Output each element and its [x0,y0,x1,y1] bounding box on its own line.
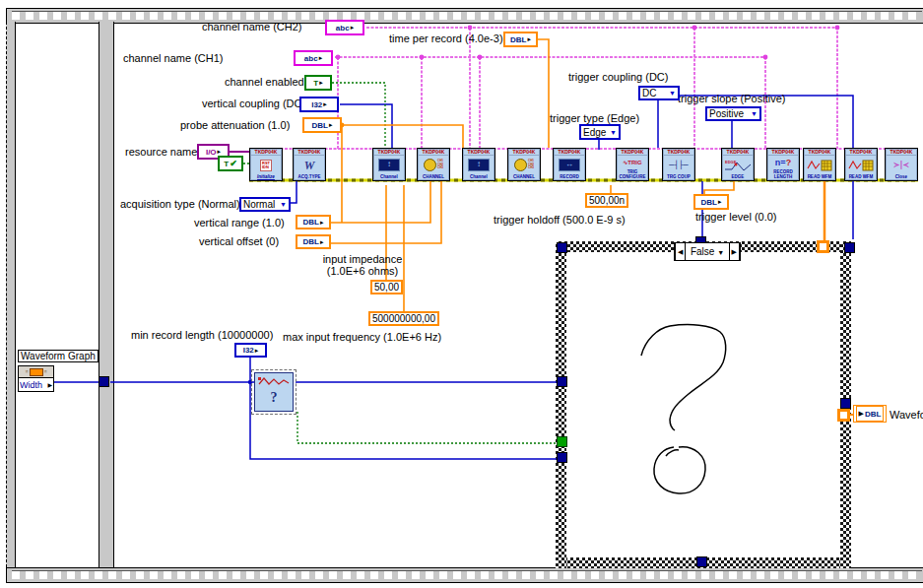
case-selector[interactable]: ◀ False ▼ ▶ [674,242,741,261]
constant-max-input-frequency-value[interactable]: 500000000,00 [368,311,439,326]
vi-icon-read-wfm-1[interactable]: TKDP04KREAD WFM [803,148,836,181]
coupling-icon: ─┤├─ [663,156,694,174]
knob-icon: CH1CH2CH3 [418,156,449,174]
vi-icon-channel-1[interactable]: TKDP04K↕Channel [372,148,406,181]
vi-icon-channel-2[interactable]: TKDP04K↕Channel [462,148,495,181]
property-node[interactable]: ⁈ ⁈ Width ▶ [18,365,54,392]
vi-icon-record-length[interactable]: TKDP04Kn=?RECORD LENGTH [766,148,800,181]
knob-icon: CH1CH2CH3 [508,156,540,174]
case-tunnel-left-2[interactable] [557,452,567,463]
record-length-icon: n=? [767,156,799,169]
enum-trigger-type[interactable]: Edge▼ [579,124,621,140]
vi-icon-channel-config-2[interactable]: TKDP04KCH1CH2CH3CHANNEL [507,148,541,181]
terminal-arrow-icon: ▸ [351,24,355,32]
checkmark-icon: ✔ [230,159,237,168]
label-trigger-level: trigger level (0.0) [695,211,777,223]
close-icon: ≻|≺ [886,156,917,174]
terminal-vertical-coupling[interactable]: I32▸ [299,97,339,112]
screen-v-icon: ↕ [463,156,494,174]
label-trigger-coupling: trigger coupling (DC) [568,71,668,83]
terminal-time-per-record[interactable]: DBL▸ [503,32,538,47]
trig-icon: ∿TRIG [617,156,648,169]
property-node-title[interactable]: Waveform Graph [18,350,99,362]
case-tunnel-left-bool[interactable] [557,436,567,447]
label-vertical-offset: vertical offset (0) [199,235,279,247]
terminal-vertical-offset[interactable]: DBL▸ [296,234,331,249]
label-min-record-length: min record length (10000000) [131,329,273,341]
terminal-arrow-icon: ▸ [320,238,324,246]
label-max-input-frequency: max input frequency (1.0E+6 Hz) [283,331,441,343]
case-tunnel-waveform-in[interactable] [817,240,829,253]
vi-icon-trig-configure[interactable]: TKDP04K∿TRIGTRIG CONFIGURE [616,148,649,181]
property-node-stub-icon: ⁈ [26,369,29,374]
label-trigger-type: trigger type (Edge) [550,112,639,124]
terminal-arrow-icon: ▸ [718,198,722,206]
terminal-channel-name-ch1[interactable]: abc▸ [294,50,333,66]
sub-vi-selection-marquee: ? [251,369,297,415]
label-vertical-coupling: vertical coupling (DC) [202,98,305,109]
enum-trigger-slope[interactable]: Positive▼ [705,106,761,121]
terminal-min-record-length[interactable]: I32▸ [234,343,267,358]
vi-icon-channel-config-1[interactable]: TKDP04KCH1CH2CH3CHANNEL [417,148,450,181]
sub-vi-caption: ? [255,391,293,405]
read-wfm-icon [845,156,877,174]
vi-icon-initialize[interactable]: TKDP04KRSTIDNInitialize [249,148,283,181]
case-selector-value[interactable]: False ▼ [686,246,728,257]
label-acquisition-type: acquisition type (Normal) [120,198,240,210]
sub-vi-question[interactable]: ? [254,372,294,412]
terminal-arrow-icon: ▸ [320,219,324,227]
edge-icon: EDGE [722,156,754,174]
terminal-channel-enabled[interactable]: T▸ [304,75,332,91]
constant-input-impedance-value[interactable]: 50,00 [370,280,403,294]
vi-icon-close[interactable]: TKDP04K≻|≺Close [885,148,918,181]
vi-icon-acq-type[interactable]: TKDP04KWACQ.TYPE [293,148,326,181]
constant-trigger-holdoff-value[interactable]: 500,00n [585,193,628,208]
dropdown-arrow-icon: ▼ [751,110,758,117]
case-prev-arrow-icon[interactable]: ◀ [675,243,686,260]
wires-layer [0,0,923,588]
terminal-arrow-icon: ▸ [527,35,531,43]
case-tunnel-bottom[interactable] [696,556,707,567]
enum-acquisition-type[interactable]: Normal▼ [239,197,291,212]
screen-v-icon: ↕ [373,156,405,174]
labview-block-diagram: ◀ False ▼ ▶ Waveform Graph ⁈ ⁈ Width ▶ ? [0,0,923,588]
label-trigger-holdoff: trigger holdoff (500.0 E-9 s) [494,214,626,226]
terminal-trigger-level[interactable]: DBL▸ [693,194,729,210]
case-tunnel-top-left[interactable] [557,242,567,253]
property-node-property[interactable]: Width [20,380,42,390]
case-tunnel-right-1[interactable] [840,398,851,409]
terminal-boolean-true-constant[interactable]: T✔ [218,156,243,171]
label-probe-attenuation: probe attenuation (1.0) [180,119,290,131]
label-channel-name-ch2: channel name (CH2) [202,21,302,33]
vi-icon-record[interactable]: TKDP04K↔RECORD [553,148,586,181]
label-input-impedance: input impedance (1.0E+6 ohms) [320,253,405,277]
terminal-channel-name-ch2[interactable]: abc▸ [325,20,364,35]
label-time-per-record: time per record (4.0e-3) [389,33,503,44]
case-next-arrow-icon[interactable]: ▶ [729,243,740,260]
label-channel-enabled: channel enabled [225,76,304,88]
dropdown-arrow-icon: ▼ [610,129,617,136]
terminal-probe-attenuation[interactable]: DBL▸ [302,117,342,133]
property-node-stub-icon: ⁈ [44,369,47,374]
vi-icon-edge[interactable]: TKDP04KEDGEEDGE [721,148,755,181]
terminal-vertical-range[interactable]: DBL▸ [296,215,331,229]
case-tunnel-left-1[interactable] [557,376,567,387]
label-waveform-output: Wavefo [890,409,923,421]
vi-icon-read-wfm-2[interactable]: TKDP04KREAD WFM [844,148,878,181]
divider-tunnel[interactable] [99,376,109,387]
dropdown-arrow-icon: ▼ [669,90,676,97]
vi-icon-trg-coup[interactable]: TKDP04K─┤├─TRG COUP [662,148,695,181]
enum-trigger-coupling[interactable]: DC▼ [638,86,680,100]
terminal-arrow-icon: ▸ [319,54,323,62]
screen-h-icon: ↔ [554,156,585,174]
indicator-arrow-icon: ▶ [859,410,864,418]
question-mark-drawing [641,325,726,493]
label-channel-name-ch1: channel name (CH1) [123,52,224,64]
label-vertical-range: vertical range (1.0) [194,217,285,229]
case-tunnel-top-right[interactable] [844,242,855,253]
waveform-output-terminal[interactable]: ▶ DBL [853,405,887,423]
terminal-arrow-icon: ▸ [255,347,259,355]
initialize-icon: RSTIDN [250,156,282,174]
case-tunnel-waveform-out[interactable] [837,409,850,422]
waveform-glyph-icon [257,375,291,387]
